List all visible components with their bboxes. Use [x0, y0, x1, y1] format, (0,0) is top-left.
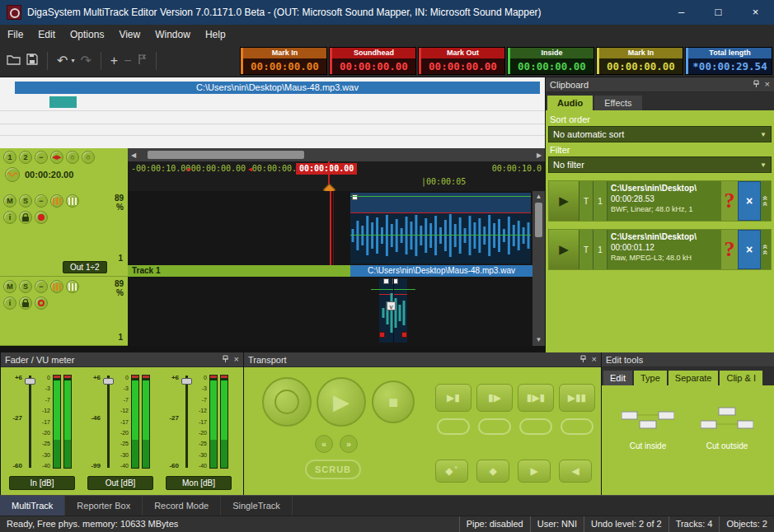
menu-edit[interactable]: Edit — [30, 25, 63, 44]
solo-button[interactable]: S — [19, 194, 32, 208]
horizontal-scrollbar[interactable]: ◀ ▶ — [128, 148, 545, 161]
tab-type[interactable]: Type — [634, 371, 667, 385]
undo-dropdown-icon[interactable]: ▾ — [71, 57, 74, 64]
collapse-all-button[interactable]: − — [35, 151, 48, 164]
mark-range-button[interactable]: ◀▶ — [50, 151, 63, 164]
play-button[interactable]: ▶ — [317, 377, 366, 427]
solo-button[interactable]: S — [19, 280, 32, 293]
tab-clip[interactable]: Clip & I — [720, 371, 762, 385]
collapse-track-button[interactable]: − — [35, 280, 48, 293]
overview-clip-block[interactable] — [49, 96, 77, 108]
fade-handle[interactable] — [401, 332, 407, 338]
vertical-scrollbar[interactable]: ▲ ▼ — [532, 191, 545, 346]
stop-button[interactable]: ■ — [372, 380, 415, 423]
record-arm-button[interactable] — [35, 296, 48, 310]
skip-back-button[interactable]: « — [315, 435, 333, 453]
audio-object[interactable] — [350, 193, 531, 264]
skip-forward-button[interactable]: » — [340, 435, 358, 453]
close-panel-icon[interactable]: × — [592, 355, 597, 364]
goto-marker-button[interactable]: ◆ — [476, 460, 509, 483]
fader-handle[interactable] — [181, 378, 192, 385]
undo-icon[interactable]: ↶ — [57, 54, 68, 68]
clipboard-entry[interactable]: ▶ T 1 C:\Users\nin\Desktop\ 00:00:28.53 … — [548, 180, 772, 222]
track-info-button[interactable]: i — [3, 296, 16, 310]
audio-object-small[interactable]: v — [379, 278, 407, 343]
play-from-cursor-button[interactable]: ▮▶ — [476, 384, 513, 412]
play-to-cursor-button[interactable]: ▶▮ — [435, 384, 471, 412]
meter-pan-button[interactable] — [50, 194, 63, 208]
menu-window[interactable]: Window — [148, 25, 198, 44]
output-routing-button[interactable]: Out 1÷2 — [63, 261, 107, 273]
entry-delete-button[interactable]: × — [738, 230, 761, 269]
add-marker-button[interactable]: ◆+ — [435, 460, 468, 483]
cut-inside-tool[interactable]: Cut inside — [613, 405, 683, 450]
cut-outside-tool[interactable]: Cut outside — [692, 405, 762, 450]
fader-handle[interactable] — [103, 378, 114, 385]
meter-level-button[interactable] — [66, 194, 79, 208]
tab-record-mode[interactable]: Record Mode — [143, 496, 221, 516]
tab-audio[interactable]: Audio — [547, 96, 593, 110]
entry-play-button[interactable]: ▶ — [549, 181, 579, 221]
scroll-up-icon[interactable]: ▲ — [536, 191, 542, 203]
loop-toggle-icon[interactable] — [478, 418, 511, 435]
pin-icon[interactable] — [222, 355, 229, 365]
fader-out-button[interactable]: Out [dB] — [87, 476, 153, 490]
track-view-1-button[interactable]: 1 — [3, 151, 16, 164]
entry-move-up-control[interactable]: « « — [761, 230, 771, 269]
collapse-track-button[interactable]: − — [35, 194, 48, 208]
tab-separate[interactable]: Separate — [668, 371, 719, 385]
tab-singletrack[interactable]: SingleTrack — [221, 496, 293, 516]
fader-handle[interactable] — [25, 378, 35, 385]
scrub-wave-button[interactable] — [5, 167, 20, 182]
loop-a-button[interactable]: ○ — [66, 151, 79, 164]
menu-file[interactable]: File — [0, 25, 30, 44]
loop-toggle-icon[interactable] — [561, 418, 593, 435]
record-button[interactable] — [262, 377, 312, 427]
nudge-forward-button[interactable]: ▶ — [518, 460, 551, 483]
horizontal-scroll-thumb[interactable] — [148, 151, 304, 159]
mute-button[interactable]: M — [3, 194, 16, 208]
filter-select[interactable]: No filter ▼ — [548, 156, 772, 173]
scroll-down-icon[interactable]: ▼ — [536, 334, 542, 346]
menu-help[interactable]: Help — [198, 25, 233, 44]
play-selection-button[interactable]: ▮▶▮ — [518, 384, 554, 412]
nudge-back-button[interactable]: ◀ — [559, 460, 592, 483]
close-button[interactable]: × — [737, 0, 774, 25]
tab-reporter-box[interactable]: Reporter Box — [65, 496, 143, 516]
loop-b-button[interactable]: ○ — [82, 151, 95, 164]
scrub-button[interactable]: SCRUB — [305, 460, 361, 479]
pin-icon[interactable] — [753, 80, 760, 90]
entry-move-up-control[interactable]: « « — [761, 181, 771, 221]
mute-button[interactable]: M — [3, 280, 16, 293]
meter-level-button[interactable] — [66, 280, 79, 293]
entry-delete-button[interactable]: × — [738, 181, 761, 221]
maximize-button[interactable]: □ — [700, 0, 737, 25]
pin-icon[interactable] — [579, 355, 587, 365]
tab-edit[interactable]: Edit — [603, 371, 632, 385]
clipboard-entry[interactable]: ▶ T 1 C:\Users\nin\Desktop\ 00:00:01.12 … — [548, 229, 772, 270]
track-name[interactable]: Track 1 — [128, 265, 350, 277]
fader-in-button[interactable]: In [dB] — [9, 476, 75, 490]
fade-handle[interactable] — [379, 332, 385, 338]
close-panel-icon[interactable]: × — [234, 355, 239, 364]
fader-mon-button[interactable]: Mon [dB] — [166, 476, 232, 490]
loop-toggle-icon[interactable] — [519, 418, 552, 435]
object-file-label[interactable]: C:\Users\nin\Desktop\Maus-48.mp3.wav — [350, 265, 532, 277]
save-icon[interactable] — [26, 54, 38, 68]
record-arm-button[interactable] — [35, 211, 48, 224]
track-info-button[interactable]: i — [3, 211, 16, 224]
minimize-button[interactable]: – — [663, 0, 700, 25]
tab-effects[interactable]: Effects — [594, 96, 641, 110]
scroll-left-icon[interactable]: ◀ — [128, 152, 139, 159]
open-folder-icon[interactable] — [7, 54, 21, 68]
tab-multitrack[interactable]: MultiTrack — [0, 496, 65, 516]
lock-button[interactable] — [19, 296, 32, 310]
gain-line[interactable] — [350, 196, 531, 197]
scroll-right-icon[interactable]: ▶ — [533, 152, 545, 159]
object-handle[interactable] — [383, 278, 389, 284]
meter-pan-button[interactable] — [50, 280, 63, 293]
fader-slider[interactable] — [181, 374, 193, 469]
play-around-cursor-button[interactable]: ▶▮▮ — [559, 384, 595, 412]
track-1-lane[interactable]: Track 1 C:\Users\nin\Desktop\Maus-48.mp3… — [128, 191, 532, 277]
track-view-2-button[interactable]: 2 — [19, 151, 32, 164]
